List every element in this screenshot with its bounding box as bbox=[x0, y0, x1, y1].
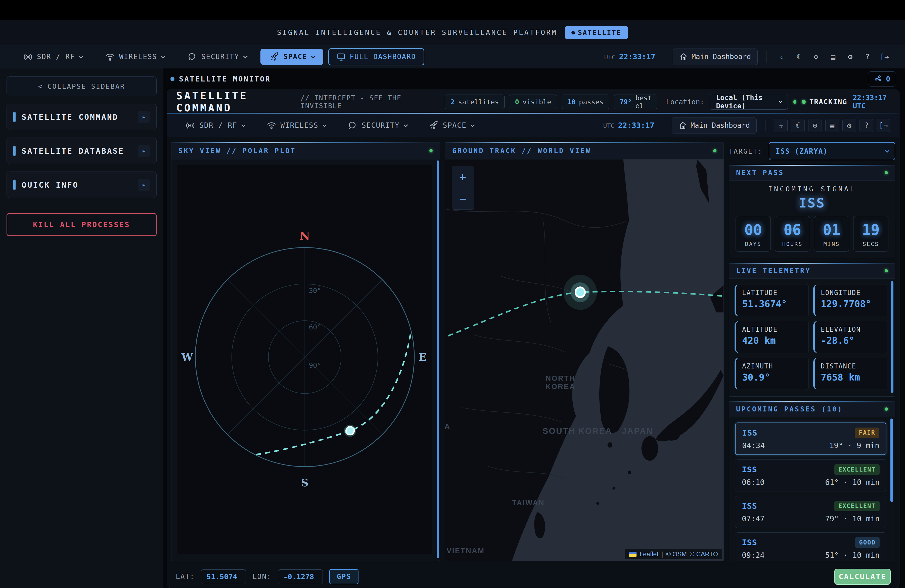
countdown-mins: 01MINS bbox=[814, 216, 849, 251]
chevron-left-icon: < bbox=[38, 83, 43, 90]
longitude-input[interactable] bbox=[278, 569, 323, 584]
star-icon[interactable]: ☆ bbox=[774, 119, 788, 132]
nav-space-active[interactable]: SPACE bbox=[260, 49, 323, 65]
server-icon[interactable]: ▤ bbox=[826, 50, 840, 64]
compass-south-label: S bbox=[301, 477, 308, 489]
sky-view-panel: SKY VIEW // POLAR PLOT bbox=[171, 142, 440, 561]
map-label-russia: IA bbox=[445, 422, 451, 431]
compass-west-label: W bbox=[181, 351, 193, 363]
stat-best-elevation: 79°best el bbox=[614, 95, 657, 109]
server-icon[interactable]: ▤ bbox=[825, 119, 839, 132]
pass-item[interactable]: ISSEXCELLENT 07:4779° · 10 min bbox=[735, 496, 886, 528]
satellite-mode-badge[interactable]: SATELLITE bbox=[565, 26, 628, 39]
map-label-taiwan: TAIWAN bbox=[512, 499, 545, 507]
satellite-marker[interactable] bbox=[346, 426, 354, 435]
satellite-marker[interactable] bbox=[575, 287, 585, 297]
map-canvas bbox=[445, 159, 724, 561]
utc-time: 22:33:17 bbox=[619, 52, 656, 61]
collapse-sidebar-button[interactable]: < COLLAPSE SIDEBAR bbox=[6, 76, 157, 96]
pass-time: 09:24 bbox=[742, 551, 764, 559]
countdown-secs: 19SECS bbox=[853, 216, 888, 251]
badge-dot-icon bbox=[572, 31, 575, 35]
leaflet-link[interactable]: Leaflet bbox=[640, 550, 658, 558]
nav-wireless[interactable]: WIRELESS bbox=[96, 49, 173, 65]
command-subnav: SDR / RF WIRELESS SECURITY SPACE UTC bbox=[167, 114, 899, 137]
star-icon[interactable]: ☆ bbox=[775, 50, 789, 64]
telemetry-altitude: ALTITUDE420 km bbox=[735, 321, 809, 353]
logout-icon[interactable]: [→ bbox=[878, 50, 891, 64]
nav-security[interactable]: SECURITY bbox=[178, 49, 256, 65]
kill-all-processes-button[interactable]: KILL ALL PROCESSES bbox=[6, 213, 157, 236]
subnav-sdr-rf[interactable]: SDR / RF bbox=[176, 118, 253, 133]
chevron-down-icon bbox=[311, 54, 316, 58]
help-icon[interactable]: ? bbox=[861, 50, 874, 64]
radio-icon bbox=[23, 52, 33, 62]
quality-badge: FAIR bbox=[855, 427, 880, 438]
zoom-in-button[interactable]: + bbox=[452, 166, 474, 188]
globe-icon[interactable]: ⊕ bbox=[808, 119, 822, 132]
help-icon[interactable]: ? bbox=[859, 119, 873, 132]
telemetry-grid: LATITUDE51.3674° LONGITUDE129.7708° ALTI… bbox=[729, 279, 895, 396]
main-dashboard-button[interactable]: Main Dashboard bbox=[672, 117, 757, 134]
gps-button[interactable]: GPS bbox=[329, 569, 359, 584]
ring-90-label: 90° bbox=[309, 361, 321, 369]
expand-arrow-icon[interactable]: ▸ bbox=[138, 111, 150, 123]
expand-arrow-icon[interactable]: ▸ bbox=[138, 145, 150, 157]
stat-passes: 10passes bbox=[562, 95, 610, 109]
subnav-space[interactable]: SPACE bbox=[420, 118, 483, 133]
subnav-security[interactable]: SECURITY bbox=[339, 118, 416, 133]
main-dashboard-button[interactable]: Main Dashboard bbox=[673, 49, 758, 65]
utc-clock: UTC 22:33:17 bbox=[603, 121, 654, 130]
zoom-out-button[interactable]: − bbox=[452, 188, 474, 210]
countdown-hours: 06HOURS bbox=[775, 216, 810, 251]
sidebar-item-quick-info[interactable]: QUICK INFO ▸ bbox=[6, 172, 157, 198]
full-dashboard-button[interactable]: FULL DASHBOARD bbox=[328, 48, 424, 65]
pass-item[interactable]: ISSEXCELLENT 06:1061° · 10 min bbox=[735, 459, 886, 491]
moon-icon[interactable]: ☾ bbox=[792, 50, 806, 64]
satellite-monitor-header: SATELLITE MONITOR 0 bbox=[167, 68, 899, 89]
calculate-button[interactable]: CALCULATE bbox=[834, 569, 891, 585]
passes-scrollbar[interactable] bbox=[891, 418, 893, 502]
polar-plot[interactable]: 30° 60° 90° N S W E bbox=[178, 165, 432, 554]
quality-badge: GOOD bbox=[855, 537, 880, 548]
pass-detail: 61° · 10 min bbox=[825, 478, 880, 487]
location-select[interactable]: Local (This Device) bbox=[710, 94, 788, 110]
osm-link[interactable]: © OSM bbox=[666, 550, 687, 558]
ground-track-header: GROUND TRACK // WORLD VIEW bbox=[445, 142, 724, 159]
incoming-signal-label: INCOMING SIGNAL bbox=[735, 185, 888, 193]
app-header: SIGNAL INTELLIGENCE & COUNTER SURVEILLAN… bbox=[0, 20, 905, 45]
accent-bar bbox=[13, 146, 16, 156]
latitude-input[interactable] bbox=[201, 569, 246, 584]
utc-clock: UTC 22:33:17 bbox=[604, 52, 656, 61]
target-select[interactable]: ISS (ZARYA) bbox=[769, 142, 895, 160]
globe-icon[interactable]: ⊕ bbox=[809, 50, 823, 64]
carto-link[interactable]: © CARTO bbox=[690, 550, 718, 558]
rocket-icon bbox=[270, 52, 279, 62]
divider bbox=[766, 51, 767, 63]
sky-scrollbar[interactable] bbox=[437, 161, 439, 558]
telemetry-elevation: ELEVATION-28.6° bbox=[813, 321, 888, 353]
next-pass-body: INCOMING SIGNAL ISS 00DAYS 06HOURS 01MIN… bbox=[729, 181, 895, 258]
pass-item[interactable]: ISSFAIR 04:3419° · 9 min bbox=[735, 423, 886, 455]
logout-icon[interactable]: [→ bbox=[876, 119, 890, 132]
subnav-wireless[interactable]: WIRELESS bbox=[257, 118, 335, 133]
stat-badges: 2satellites 0visible 10passes 79°best el bbox=[445, 95, 657, 109]
sidebar-item-satellite-database[interactable]: SATELLITE DATABASE ▸ bbox=[6, 138, 157, 164]
divider bbox=[664, 51, 664, 63]
telemetry-scrollbar[interactable] bbox=[891, 281, 894, 393]
content-columns: SKY VIEW // POLAR PLOT bbox=[167, 137, 899, 561]
satellite-command-shell: SATELLITE COMMAND // INTERCEPT - SEE THE… bbox=[167, 89, 899, 588]
gear-icon[interactable]: ⚙ bbox=[842, 119, 856, 132]
gear-icon[interactable]: ⚙ bbox=[843, 50, 857, 64]
nav-sdr-rf[interactable]: SDR / RF bbox=[14, 49, 91, 65]
pass-item[interactable]: ISSGOOD 09:2451° · 10 min bbox=[735, 532, 886, 561]
moon-icon[interactable]: ☾ bbox=[791, 119, 805, 132]
telemetry-distance: DISTANCE7658 km bbox=[813, 358, 888, 390]
home-icon bbox=[678, 121, 687, 130]
sidebar-item-satellite-command[interactable]: SATELLITE COMMAND ▸ bbox=[6, 103, 157, 130]
satellite-link-badge[interactable]: 0 bbox=[868, 72, 896, 86]
ring-30-label: 30° bbox=[309, 287, 321, 294]
world-map[interactable]: IA NORTH KOREA SOUTH KOREA JAPAN TAIWAN … bbox=[445, 159, 724, 561]
expand-arrow-icon[interactable]: ▸ bbox=[138, 179, 150, 191]
tracking-status: TRACKING bbox=[802, 98, 847, 106]
